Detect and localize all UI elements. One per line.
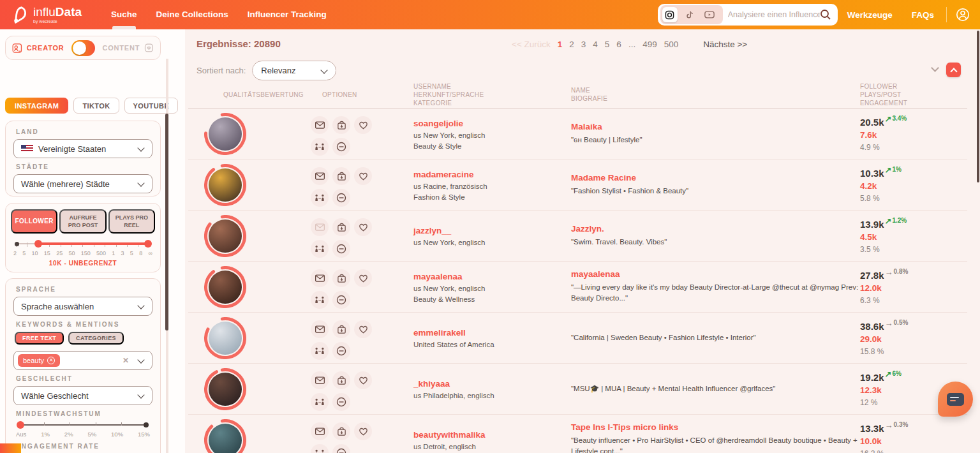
add-to-collection-button[interactable] — [332, 116, 350, 134]
hide-button[interactable] — [332, 291, 350, 309]
keyword-tab-free-text[interactable]: FREE TEXT — [15, 332, 64, 345]
hide-button[interactable] — [332, 393, 350, 411]
keyword-tab-categories[interactable]: CATEGORIES — [68, 332, 124, 345]
pagination-page-1[interactable]: 1 — [558, 40, 563, 49]
platform-tab-tiktok[interactable]: TIKTOK — [73, 98, 119, 114]
metric-tab-follower[interactable]: FOLLOWER — [11, 209, 57, 234]
platform-tab-youtube[interactable]: YOUTUBE — [124, 98, 179, 114]
username[interactable]: emmelirakell — [413, 328, 494, 338]
username[interactable]: soangeljolie — [413, 118, 486, 128]
similar-influencers-button[interactable] — [311, 189, 329, 207]
search-input[interactable] — [728, 10, 820, 19]
hide-button[interactable] — [332, 138, 350, 156]
pagination-page-3[interactable]: 3 — [581, 40, 586, 49]
pagination-next[interactable]: Nächste >> — [703, 40, 747, 49]
hide-button[interactable] — [332, 240, 350, 258]
favorite-button[interactable] — [354, 218, 372, 236]
add-to-collection-button[interactable] — [332, 371, 350, 389]
werkzeuge-link[interactable]: Werkzeuge — [847, 10, 893, 20]
sort-select[interactable]: Relevanz — [252, 61, 336, 80]
nav-suche[interactable]: Suche — [111, 0, 137, 29]
favorite-button[interactable] — [354, 167, 372, 185]
app-logo[interactable]: influData by wecreate — [9, 5, 82, 24]
growth-handle[interactable] — [17, 421, 24, 429]
land-select[interactable]: Vereinigte Staaten — [13, 139, 152, 158]
similar-influencers-button[interactable] — [311, 444, 329, 453]
add-to-collection-button[interactable] — [332, 167, 350, 185]
add-to-collection-button[interactable] — [332, 320, 350, 338]
scroll-top-button[interactable] — [946, 63, 961, 77]
creator-content-toggle[interactable] — [71, 40, 96, 56]
message-button[interactable] — [311, 167, 329, 185]
pagination-page-2[interactable]: 2 — [569, 40, 574, 49]
chat-fab-button[interactable] — [938, 382, 973, 417]
similar-influencers-button[interactable] — [311, 291, 329, 309]
avatar[interactable] — [204, 113, 246, 155]
message-button[interactable] — [311, 371, 329, 389]
metric-tab-aufrufe-pro-post[interactable]: AUFRUFE PRO POST — [59, 209, 106, 234]
search-icon[interactable] — [820, 9, 831, 20]
origin: us Racine, französisch — [413, 182, 487, 189]
add-to-collection-button[interactable] — [332, 218, 350, 236]
message-button[interactable] — [311, 218, 329, 236]
hide-button[interactable] — [332, 189, 350, 207]
sprache-select[interactable]: Sprache auswählen — [13, 297, 152, 316]
username[interactable]: madameracine — [413, 169, 487, 179]
creator-mode-label[interactable]: CREATOR — [27, 44, 64, 52]
add-to-collection-button[interactable] — [332, 269, 350, 287]
pagination-page-499[interactable]: 499 — [642, 40, 657, 49]
username[interactable]: mayaalenaa — [413, 271, 486, 281]
hide-button[interactable] — [332, 444, 350, 453]
favorite-button[interactable] — [354, 320, 372, 338]
avatar[interactable] — [204, 164, 246, 206]
message-button[interactable] — [311, 320, 329, 338]
similar-influencers-button[interactable] — [311, 138, 329, 156]
pagination-page-5[interactable]: 5 — [605, 40, 610, 49]
favorite-button[interactable] — [354, 116, 372, 134]
geschlecht-select[interactable]: Wähle Geschlecht — [13, 386, 152, 405]
tiktok-icon[interactable] — [682, 7, 697, 22]
pagination-prev[interactable]: << Zurück — [512, 40, 551, 49]
pagination-page-6[interactable]: 6 — [616, 40, 621, 49]
avatar[interactable] — [204, 368, 246, 410]
collapse-chevron-icon[interactable] — [931, 64, 939, 72]
nav-deine-collections[interactable]: Deine Collections — [156, 0, 228, 29]
favorite-button[interactable] — [354, 269, 372, 287]
metric-tab-plays-pro-reel[interactable]: PLAYS PRO REEL — [108, 209, 155, 234]
youtube-icon[interactable] — [702, 7, 717, 22]
page-scrollbar-thumb[interactable] — [977, 31, 979, 182]
message-button[interactable] — [311, 116, 329, 134]
content-mode-label[interactable]: CONTENT — [102, 44, 140, 52]
avatar[interactable] — [204, 266, 246, 308]
account-icon[interactable] — [956, 8, 970, 22]
follower-range-slider[interactable] — [16, 239, 150, 248]
platform-tab-instagram[interactable]: INSTAGRAM — [5, 98, 68, 114]
faqs-link[interactable]: FAQs — [912, 10, 934, 20]
pagination-page-4[interactable]: 4 — [593, 40, 598, 49]
username[interactable]: jazzlyn__ — [413, 226, 486, 235]
instagram-icon[interactable] — [662, 7, 678, 22]
hide-button[interactable] — [332, 342, 350, 360]
nav-influencer-tracking[interactable]: Influencer Tracking — [248, 0, 327, 29]
username[interactable]: _khiyaaa — [413, 379, 494, 389]
slider-handle-high[interactable] — [144, 240, 152, 248]
similar-influencers-button[interactable] — [311, 393, 329, 411]
favorite-button[interactable] — [354, 422, 372, 440]
message-button[interactable] — [311, 269, 329, 287]
avatar[interactable] — [204, 419, 246, 453]
username[interactable]: beautywithmalika — [413, 430, 486, 440]
similar-influencers-button[interactable] — [311, 342, 329, 360]
avatar[interactable] — [204, 317, 246, 359]
avatar[interactable] — [204, 215, 246, 257]
keywords-input[interactable]: beauty ✕ ✕ — [13, 351, 152, 370]
remove-tag-icon[interactable]: ✕ — [47, 357, 55, 364]
sidebar-scrollbar-thumb[interactable] — [165, 114, 168, 330]
staedte-select[interactable]: Wähle (mehrere) Städte — [13, 174, 152, 193]
add-to-collection-button[interactable] — [332, 422, 350, 440]
growth-slider[interactable] — [19, 421, 147, 429]
pagination-page-500[interactable]: 500 — [664, 40, 679, 49]
favorite-button[interactable] — [354, 371, 372, 389]
message-button[interactable] — [311, 422, 329, 440]
clear-input-icon[interactable]: ✕ — [122, 356, 129, 365]
similar-influencers-button[interactable] — [311, 240, 329, 258]
